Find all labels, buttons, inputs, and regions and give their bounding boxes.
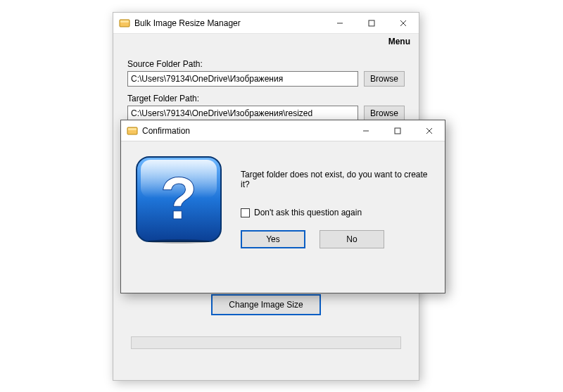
dialog-title: Confirmation [142, 126, 190, 136]
dialog-maximize-button[interactable] [381, 120, 413, 141]
app-icon [119, 18, 130, 29]
dialog-minimize-button[interactable] [350, 120, 381, 141]
question-icon: ? [134, 154, 224, 244]
target-browse-button[interactable]: Browse [364, 106, 405, 121]
dialog-app-icon [127, 125, 138, 137]
maximize-button[interactable] [355, 13, 387, 33]
main-title: Bulk Image Resize Manager [134, 18, 241, 28]
close-button[interactable] [387, 13, 419, 33]
target-folder-input[interactable] [127, 106, 358, 121]
main-titlebar: Bulk Image Resize Manager [113, 13, 419, 34]
menu-bar: Menu [113, 34, 419, 49]
dialog-button-row: Yes No [241, 230, 429, 248]
minimize-button[interactable] [324, 13, 355, 33]
dialog-close-button[interactable] [413, 120, 445, 141]
yes-button[interactable]: Yes [241, 230, 305, 248]
source-browse-button[interactable]: Browse [364, 71, 405, 87]
menu-item-menu[interactable]: Menu [388, 37, 410, 46]
svg-text:?: ? [160, 164, 198, 232]
checkbox-label: Don't ask this question again [254, 208, 362, 217]
source-folder-input[interactable] [127, 71, 358, 87]
dont-ask-again-checkbox[interactable]: Don't ask this question again [241, 208, 429, 217]
change-image-size-button[interactable]: Change Image Size [211, 294, 321, 315]
checkbox-box[interactable] [241, 208, 250, 217]
svg-point-15 [148, 239, 210, 244]
svg-rect-9 [395, 128, 400, 134]
svg-rect-1 [120, 20, 129, 23]
svg-rect-3 [369, 20, 374, 26]
svg-rect-7 [128, 128, 137, 130]
no-button[interactable]: No [320, 230, 384, 248]
dialog-body: ? Target folder does not exist, do you w… [121, 141, 445, 260]
confirmation-dialog: Confirmation [120, 120, 445, 293]
progress-bar [131, 336, 401, 349]
dialog-titlebar: Confirmation [121, 120, 445, 141]
dialog-content: Target folder does not exist, do you wan… [241, 154, 429, 248]
dialog-message: Target folder does not exist, do you wan… [241, 170, 429, 189]
target-folder-label: Target Folder Path: [127, 94, 405, 103]
source-folder-label: Source Folder Path: [127, 59, 405, 69]
